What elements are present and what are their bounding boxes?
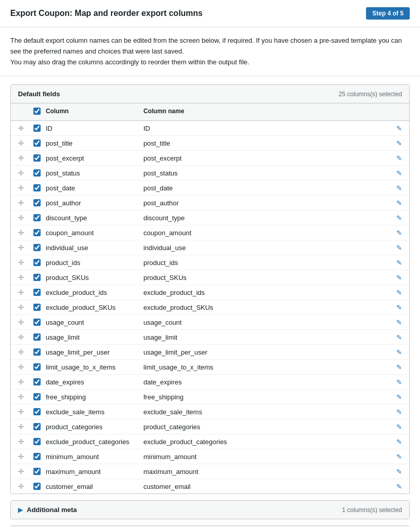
row-checkbox-cell[interactable] (33, 453, 46, 460)
row-checkbox[interactable] (33, 304, 41, 311)
row-checkbox[interactable] (33, 139, 41, 147)
row-checkbox[interactable] (33, 333, 41, 341)
row-checkbox-cell[interactable] (33, 408, 46, 415)
row-checkbox[interactable] (33, 259, 41, 266)
row-checkbox-cell[interactable] (33, 169, 46, 177)
row-checkbox[interactable] (33, 184, 41, 191)
row-checkbox-cell[interactable] (33, 229, 46, 236)
edit-icon[interactable]: ✎ (396, 214, 402, 222)
row-checkbox-cell[interactable] (33, 259, 46, 266)
row-checkbox-cell[interactable] (33, 304, 46, 311)
edit-icon[interactable]: ✎ (396, 408, 402, 416)
row-checkbox-cell[interactable] (33, 363, 46, 371)
drag-handle-icon[interactable]: ✛ (18, 184, 33, 192)
edit-icon[interactable]: ✎ (396, 333, 402, 341)
drag-handle-icon[interactable]: ✛ (18, 199, 33, 207)
edit-icon[interactable]: ✎ (396, 468, 402, 476)
row-checkbox[interactable] (33, 348, 41, 356)
row-checkbox[interactable] (33, 408, 41, 415)
row-checkbox-cell[interactable] (33, 274, 46, 281)
row-checkbox[interactable] (33, 154, 41, 162)
drag-handle-icon[interactable]: ✛ (18, 288, 33, 296)
row-checkbox[interactable] (33, 244, 41, 251)
row-checkbox[interactable] (33, 274, 41, 281)
drag-handle-icon[interactable]: ✛ (18, 243, 33, 252)
edit-icon[interactable]: ✎ (396, 184, 402, 192)
drag-handle-icon[interactable]: ✛ (18, 333, 33, 341)
drag-handle-icon[interactable]: ✛ (18, 467, 33, 476)
row-checkbox[interactable] (33, 199, 41, 206)
drag-handle-icon[interactable]: ✛ (18, 303, 33, 311)
edit-icon[interactable]: ✎ (396, 229, 402, 237)
row-checkbox[interactable] (33, 363, 41, 371)
edit-icon[interactable]: ✎ (396, 319, 402, 326)
row-checkbox-cell[interactable] (33, 139, 46, 147)
row-checkbox-cell[interactable] (33, 483, 46, 490)
edit-icon[interactable]: ✎ (396, 125, 402, 132)
drag-handle-icon[interactable]: ✛ (18, 378, 33, 386)
row-checkbox-cell[interactable] (33, 438, 46, 445)
drag-handle-icon[interactable]: ✛ (18, 408, 33, 416)
row-checkbox[interactable] (33, 319, 41, 326)
drag-handle-icon[interactable]: ✛ (18, 124, 33, 132)
row-checkbox-cell[interactable] (33, 319, 46, 326)
edit-icon[interactable]: ✎ (396, 423, 402, 431)
drag-handle-icon[interactable]: ✛ (18, 139, 33, 147)
drag-handle-icon[interactable]: ✛ (18, 452, 33, 461)
edit-icon[interactable]: ✎ (396, 169, 402, 177)
edit-icon[interactable]: ✎ (396, 483, 402, 490)
row-checkbox[interactable] (33, 289, 41, 296)
row-checkbox[interactable] (33, 453, 41, 460)
drag-handle-icon[interactable]: ✛ (18, 318, 33, 326)
row-checkbox-cell[interactable] (33, 468, 46, 475)
drag-handle-icon[interactable]: ✛ (18, 348, 33, 356)
drag-handle-icon[interactable]: ✛ (18, 229, 33, 237)
row-checkbox-cell[interactable] (33, 244, 46, 251)
row-checkbox-cell[interactable] (33, 154, 46, 162)
row-checkbox-cell[interactable] (33, 289, 46, 296)
edit-icon[interactable]: ✎ (396, 199, 402, 207)
edit-icon[interactable]: ✎ (396, 289, 402, 296)
edit-icon[interactable]: ✎ (396, 348, 402, 356)
row-checkbox[interactable] (33, 483, 41, 490)
drag-handle-icon[interactable]: ✛ (18, 214, 33, 222)
drag-handle-icon[interactable]: ✛ (18, 273, 33, 282)
edit-icon[interactable]: ✎ (396, 378, 402, 386)
edit-icon[interactable]: ✎ (396, 438, 402, 446)
edit-icon[interactable]: ✎ (396, 274, 402, 282)
row-checkbox-cell[interactable] (33, 393, 46, 400)
row-checkbox-cell[interactable] (33, 199, 46, 206)
drag-handle-icon[interactable]: ✛ (18, 363, 33, 371)
drag-handle-icon[interactable]: ✛ (18, 258, 33, 267)
row-checkbox[interactable] (33, 423, 41, 430)
row-checkbox[interactable] (33, 229, 41, 236)
row-checkbox-cell[interactable] (33, 214, 46, 221)
row-checkbox[interactable] (33, 125, 41, 132)
edit-icon[interactable]: ✎ (396, 363, 402, 371)
row-checkbox[interactable] (33, 169, 41, 177)
edit-icon[interactable]: ✎ (396, 304, 402, 311)
edit-icon[interactable]: ✎ (396, 154, 402, 162)
drag-handle-icon[interactable]: ✛ (18, 423, 33, 431)
additional-meta-header[interactable]: ▶ Additional meta 1 columns(s) selected (11, 501, 409, 519)
drag-handle-icon[interactable]: ✛ (18, 169, 33, 177)
row-checkbox-cell[interactable] (33, 125, 46, 132)
edit-icon[interactable]: ✎ (396, 393, 402, 401)
checkbox-header[interactable] (33, 108, 46, 116)
row-checkbox[interactable] (33, 438, 41, 445)
edit-icon[interactable]: ✎ (396, 453, 402, 461)
drag-handle-icon[interactable]: ✛ (18, 154, 33, 162)
row-checkbox[interactable] (33, 393, 41, 400)
edit-icon[interactable]: ✎ (396, 259, 402, 267)
drag-handle-icon[interactable]: ✛ (18, 482, 33, 490)
row-checkbox-cell[interactable] (33, 333, 46, 341)
row-checkbox[interactable] (33, 214, 41, 221)
select-all-checkbox[interactable] (33, 108, 41, 115)
row-checkbox-cell[interactable] (33, 184, 46, 191)
edit-icon[interactable]: ✎ (396, 139, 402, 147)
row-checkbox-cell[interactable] (33, 348, 46, 356)
row-checkbox-cell[interactable] (33, 378, 46, 385)
drag-handle-icon[interactable]: ✛ (18, 393, 33, 401)
row-checkbox-cell[interactable] (33, 423, 46, 430)
row-checkbox[interactable] (33, 468, 41, 475)
